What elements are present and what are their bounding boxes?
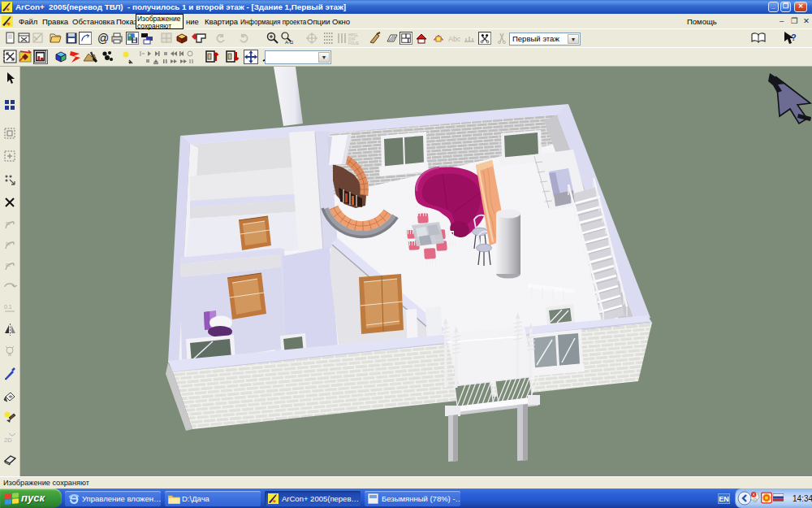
svg-text:?: ? bbox=[791, 33, 797, 42]
svg-text:@: @ bbox=[97, 32, 109, 45]
svg-text:Abc: Abc bbox=[448, 35, 460, 43]
svg-text:A-Ω: A-Ω bbox=[285, 40, 293, 45]
svg-text:0.1: 0.1 bbox=[4, 304, 12, 310]
svg-text:2D: 2D bbox=[4, 436, 12, 444]
svg-text:90°: 90° bbox=[6, 221, 12, 226]
svg-text:90°: 90° bbox=[6, 241, 12, 246]
svg-text:FOLIE: FOLIE bbox=[348, 41, 359, 45]
svg-text:90°: 90° bbox=[6, 263, 12, 267]
